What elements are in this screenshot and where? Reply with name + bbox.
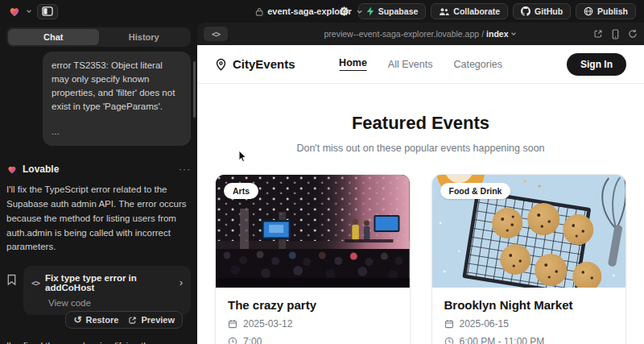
chevron-right-icon: › (180, 277, 183, 288)
chat-history-tabs: Chat History (6, 27, 191, 47)
event-date: 2025-03-12 (243, 318, 292, 329)
project-name: event-saga-explorer (267, 6, 352, 16)
event-time: 7:00 (243, 336, 262, 344)
supabase-button[interactable]: Supabase (358, 3, 427, 19)
code-icon: <> (212, 30, 220, 39)
lovable-avatar-icon (6, 164, 18, 175)
event-image-conference: Arts (216, 175, 410, 288)
code-icon: <> (31, 279, 39, 288)
lovable-logo-icon[interactable] (8, 6, 21, 18)
open-in-new-tab-button[interactable] (593, 29, 603, 39)
project-switcher[interactable]: event-saga-explorer (255, 0, 363, 23)
github-icon (521, 6, 530, 16)
calendar-icon (228, 319, 237, 329)
code-change-title: Fix type type error in addCoHost (45, 273, 174, 292)
globe-icon (584, 6, 593, 16)
event-title: Brooklyn Night Market (444, 298, 614, 312)
preview-toolbar: <> preview--event-saga-explorer.lovable.… (197, 23, 644, 45)
hero-section: Featured Events Don't miss out on these … (197, 113, 644, 154)
user-message-more[interactable]: ... (52, 125, 182, 139)
hero-subtitle: Don't miss out on these popular events h… (197, 143, 644, 154)
hero-title: Featured Events (197, 113, 644, 134)
event-card-2[interactable]: Food & Drink Brooklyn Night Market 2025-… (431, 174, 627, 344)
workspace-chevron-icon[interactable] (26, 8, 32, 15)
clock-icon (444, 337, 454, 344)
assistant-message-1: I'll fix the TypeScript error related to… (6, 183, 191, 255)
user-message-bubble: error TS2353: Object literal may only sp… (43, 52, 191, 146)
event-title: The crazy party (228, 298, 398, 312)
site-logo[interactable]: CityEvents (215, 57, 295, 71)
tab-chat[interactable]: Chat (8, 29, 99, 45)
collaborate-button[interactable]: Collaborate (431, 3, 508, 19)
sign-in-button[interactable]: Sign In (567, 53, 626, 76)
featured-events-grid: Arts The crazy party 2025-03-12 7:00 Bar… (197, 174, 644, 344)
refresh-button[interactable] (628, 29, 638, 39)
project-chevron-icon (356, 8, 363, 15)
chat-sidebar: Chat History error TS2353: Object litera… (0, 23, 197, 344)
publish-button[interactable]: Publish (576, 3, 636, 19)
top-bar: event-saga-explorer ⚙ Supabase Collabora… (0, 0, 644, 23)
mobile-view-button[interactable] (611, 29, 620, 39)
preview-pane: <> preview--event-saga-explorer.lovable.… (197, 23, 644, 344)
mouse-cursor (238, 150, 247, 163)
sidebar-toggle-button[interactable] (37, 4, 58, 19)
url-chevron-icon (510, 31, 517, 37)
category-badge: Arts (224, 183, 258, 199)
assistant-message-2: I've fixed the error by simplifying the … (6, 339, 191, 344)
calendar-icon (444, 319, 454, 329)
event-card-1[interactable]: Arts The crazy party 2025-03-12 7:00 Bar… (215, 174, 411, 344)
supabase-bolt-icon (366, 6, 374, 16)
brand-name: CityEvents (233, 57, 295, 71)
site-header: CityEvents Home All Events Categories Si… (197, 45, 644, 84)
bookmark-icon[interactable] (6, 274, 17, 286)
chat-scrollbar[interactable] (193, 61, 196, 118)
site-nav: Home All Events Categories (339, 57, 502, 71)
event-time: 6:00 PM - 11:00 PM (460, 336, 545, 344)
code-view-toggle-button[interactable]: <> (204, 27, 228, 41)
people-icon (439, 7, 449, 16)
code-change-card[interactable]: <> Fix type type error in addCoHost › Vi… (23, 266, 191, 315)
user-message-text: error TS2353: Object literal may only sp… (52, 59, 182, 114)
restore-icon: ↺ (73, 315, 81, 325)
site-viewport: CityEvents Home All Events Categories Si… (197, 45, 644, 344)
nav-categories[interactable]: Categories (453, 59, 502, 70)
map-pin-icon (215, 58, 227, 71)
external-link-icon (128, 316, 137, 325)
tab-history[interactable]: History (99, 29, 190, 45)
assistant-name: Lovable (23, 164, 59, 175)
event-image-cookies: Food & Drink (432, 175, 626, 288)
nav-home[interactable]: Home (339, 57, 367, 71)
message-menu-button[interactable]: ··· (179, 164, 191, 175)
lock-icon (255, 7, 263, 16)
event-date: 2025-06-15 (460, 318, 509, 329)
chat-messages: error TS2353: Object literal may only sp… (6, 52, 191, 344)
category-badge: Food & Drink (440, 183, 511, 199)
preview-url-host: preview--event-saga-explorer.lovable.app (324, 29, 480, 39)
clock-icon (228, 337, 237, 344)
nav-all-events[interactable]: All Events (388, 59, 433, 70)
github-button[interactable]: GitHub (513, 3, 571, 19)
restore-button[interactable]: ↺ Restore (73, 315, 118, 325)
preview-version-button[interactable]: Preview (128, 315, 175, 325)
preview-url[interactable]: preview--event-saga-explorer.lovable.app… (324, 29, 518, 39)
preview-url-path: index (486, 29, 508, 39)
version-actions: ↺ Restore Preview (6, 311, 183, 329)
view-code-link[interactable]: View code (48, 298, 183, 308)
